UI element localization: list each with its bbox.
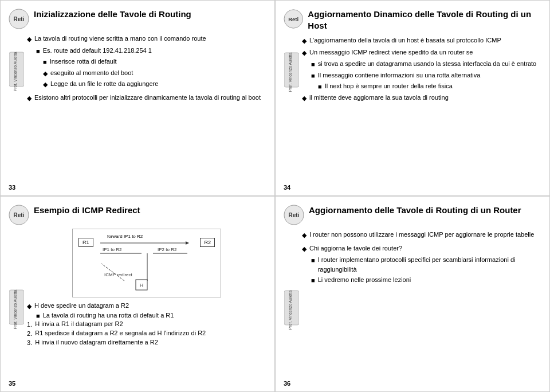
- sub-text: Legge da un file le rotte da aggiungere: [50, 79, 158, 89]
- slide-33: Reti Inizializzazione delle Tavole di Ro…: [0, 0, 275, 196]
- slide-36: Reti Aggiornamento delle Tavole di Routi…: [275, 196, 550, 392]
- icmp-diagram: R1 R2 forward IP1 to R2: [72, 229, 221, 297]
- slide-36-title: Aggiornamento delle Tavole di Routing di…: [309, 205, 521, 216]
- sub-text: Li vedremo nelle prossime lezioni: [318, 275, 411, 285]
- svg-text:Prof. Vincenzo Auletta: Prof. Vincenzo Auletta: [288, 291, 292, 330]
- svg-text:Reti: Reti: [14, 16, 25, 22]
- sub-text: si trova a spedire un datagramma usando …: [318, 59, 537, 69]
- r1-box: R1: [78, 238, 93, 247]
- bullet-text: Un messaggio ICMP redirect viene spedito…: [309, 48, 473, 57]
- sub-sym: ◆: [43, 80, 48, 89]
- slide-number-34: 34: [284, 184, 290, 191]
- slide-33-content: ◆ La tavola di routing viene scritta a m…: [27, 34, 266, 104]
- svg-text:Reti: Reti: [289, 212, 300, 218]
- logo-34: Reti: [284, 9, 303, 29]
- side-logo-34: Prof. Vincenzo Auletta: [284, 47, 299, 93]
- logo-33: Reti: [9, 9, 29, 29]
- logo-35: Reti: [9, 205, 29, 225]
- sub-sym: ■: [36, 46, 40, 56]
- svg-text:IP1 to R2: IP1 to R2: [103, 247, 122, 252]
- bullet-text: H invia il nuovo datagram direttamente a…: [35, 339, 158, 346]
- svg-text:IP2 to R2: IP2 to R2: [158, 247, 177, 252]
- slide-34-content: ◆ L'aggiornamento della tavola di un hos…: [302, 36, 541, 104]
- svg-rect-17: [136, 280, 147, 290]
- bullet-sym: ◆: [27, 34, 32, 44]
- svg-text:ICMP redirect: ICMP redirect: [104, 272, 133, 277]
- sub-text: I router implementano protocolli specifi…: [318, 255, 541, 274]
- bullet-text: La tavola di routing viene scritta a man…: [34, 34, 206, 44]
- bullet-text: I router non possono utilizzare i messag…: [309, 230, 534, 240]
- slide-number-35: 35: [9, 380, 15, 387]
- side-logo-36: Prof. Vincenzo Auletta: [284, 285, 299, 331]
- subsub-text: Il next hop è sempre un router della ret…: [325, 81, 453, 91]
- forward-label: forward IP1 to R2: [107, 234, 143, 239]
- bullet-text: il mittente deve aggiornare la sua tavol…: [309, 93, 449, 103]
- slide-35-title: Esempio di ICMP Redirect: [34, 205, 140, 216]
- svg-text:Prof. Vincenzo Auletta: Prof. Vincenzo Auletta: [288, 53, 292, 92]
- sub-text: eseguito al momento del boot: [50, 68, 133, 78]
- bullet-text: Chi aggiorna le tavole dei router?: [309, 244, 402, 253]
- sub-sym: ■: [43, 57, 47, 67]
- slide-33-title: Inizializzazione delle Tavole di Routing: [34, 9, 191, 20]
- bullet-text: L'aggiornamento della tavola di un host …: [309, 36, 501, 45]
- bullet-sym: ◆: [27, 93, 32, 103]
- bullet-text: H deve spedire un datagram a R2: [34, 302, 129, 309]
- svg-text:Reti: Reti: [288, 16, 298, 22]
- svg-text:H: H: [140, 283, 144, 288]
- bullet-text: Esistono altri protocolli per inizializz…: [34, 93, 261, 103]
- svg-line-16: [101, 264, 124, 281]
- side-logo-33: Prof. Vincenzo Auletta: [9, 46, 24, 92]
- sub-text: Inserisce rotta di default: [50, 57, 117, 66]
- svg-text:Reti: Reti: [14, 212, 25, 218]
- arrow-r1-r2: H ICMP redirect IP1 to R2 IP2 to R2: [73, 229, 222, 298]
- slide-number-36: 36: [284, 380, 290, 387]
- logo-36: Reti: [284, 205, 304, 225]
- side-logo-35: Prof. Vincenzo Auletta: [9, 284, 24, 330]
- bullet-text: H invia a R1 il datagram per R2: [35, 320, 123, 327]
- sub-text: La tavola di routing ha una rotta di def…: [43, 312, 174, 319]
- sub-text: Il messaggio contiene informazioni su un…: [318, 70, 481, 80]
- slide-36-content: ◆ I router non possono utilizzare i mess…: [302, 230, 541, 386]
- slide-34-title: Aggiornamento Dinamico delle Tavole di R…: [308, 9, 541, 31]
- svg-text:Prof. Vincenzo Auletta: Prof. Vincenzo Auletta: [13, 290, 17, 330]
- slide-35: Reti Esempio di ICMP Redirect Prof. Vinc…: [0, 196, 275, 392]
- svg-text:Prof. Vincenzo Auletta: Prof. Vincenzo Auletta: [13, 52, 17, 91]
- sub-sym: ◆: [43, 69, 48, 79]
- bullet-text: R1 spedisce il datagram a R2 e segnala a…: [35, 330, 206, 336]
- sub-text: Es. route add default 192.41.218.254 1: [43, 46, 152, 56]
- slide-number-33: 33: [9, 184, 15, 191]
- r2-box: R2: [200, 238, 215, 247]
- slide-34: Reti Aggiornamento Dinamico delle Tavole…: [275, 0, 550, 196]
